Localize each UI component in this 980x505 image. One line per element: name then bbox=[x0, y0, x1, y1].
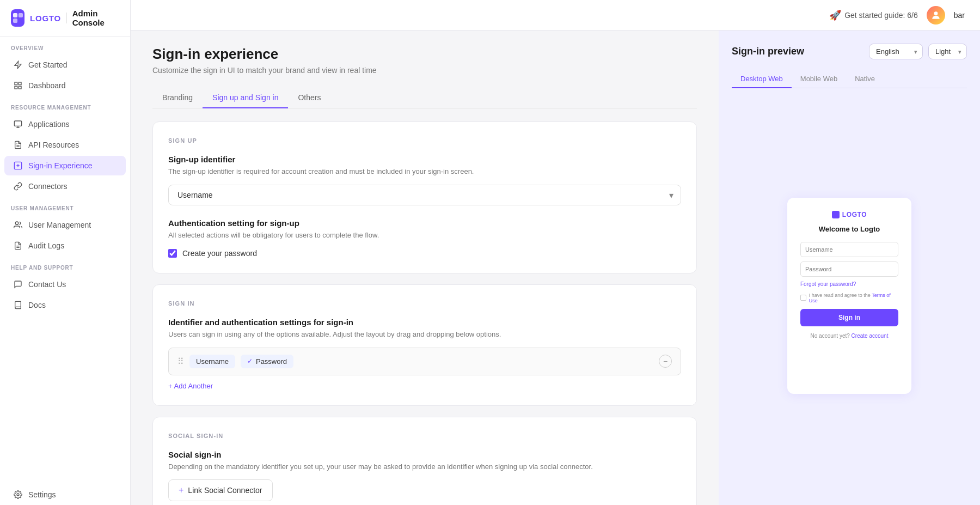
topbar-username: bar bbox=[954, 11, 965, 20]
users-icon bbox=[13, 220, 23, 230]
preview-tabs: Desktop Web Mobile Web Native bbox=[732, 70, 967, 88]
page-title: Sign-in experience bbox=[152, 46, 697, 63]
page-content: Sign-in experience Customize the sign in… bbox=[131, 31, 719, 505]
signin-tag: SIGN IN bbox=[168, 300, 681, 307]
svg-rect-7 bbox=[14, 121, 21, 126]
contact-us-label: Contact Us bbox=[28, 280, 66, 289]
api-icon bbox=[13, 140, 23, 150]
section-help-label: HELP AND SUPPORT bbox=[0, 256, 130, 274]
svg-rect-3 bbox=[15, 82, 17, 85]
sidebar-item-connectors[interactable]: Connectors bbox=[4, 177, 126, 196]
signin-password-badge: ✓ Password bbox=[241, 355, 293, 368]
mock-logto-logo: LOGTO bbox=[832, 211, 867, 218]
svg-rect-4 bbox=[19, 82, 21, 85]
mock-welcome-text: Welcome to Logto bbox=[819, 225, 880, 233]
social-tag: SOCIAL SIGN-IN bbox=[168, 433, 681, 439]
theme-select[interactable]: Light Dark bbox=[928, 44, 967, 59]
add-another-button[interactable]: + Add Another bbox=[168, 382, 681, 390]
svg-rect-2 bbox=[13, 19, 17, 23]
preview-panel: Sign-in preview English Chinese Japanese… bbox=[719, 31, 980, 505]
signup-identifier-label: Sign-up identifier bbox=[168, 155, 681, 164]
username-badge-label: Username bbox=[196, 357, 229, 366]
remove-signin-row-button[interactable]: − bbox=[659, 355, 672, 368]
preview-header: Sign-in preview English Chinese Japanese… bbox=[732, 44, 967, 59]
link-social-connector-button[interactable]: + Link Social Connector bbox=[168, 479, 273, 501]
auth-setting-label: Authentication setting for sign-up bbox=[168, 218, 681, 228]
mock-password-input[interactable] bbox=[800, 261, 898, 277]
main-area: 🚀 Get started guide: 6/6 bar Sign-in exp… bbox=[131, 0, 980, 505]
topbar: 🚀 Get started guide: 6/6 bar bbox=[131, 0, 980, 31]
tab-signup-signin[interactable]: Sign up and Sign in bbox=[203, 88, 288, 108]
preview-tab-native[interactable]: Native bbox=[846, 70, 884, 88]
preview-tab-desktop[interactable]: Desktop Web bbox=[732, 70, 792, 88]
tab-others[interactable]: Others bbox=[288, 88, 330, 108]
sidebar-item-sign-in-experience[interactable]: Sign-in Experience bbox=[4, 156, 126, 175]
signup-tag: SIGN UP bbox=[168, 137, 681, 144]
section-user-label: USER MANAGEMENT bbox=[0, 197, 130, 215]
tab-branding[interactable]: Branding bbox=[152, 88, 203, 108]
mock-terms-row: I have read and agree to the Terms of Us… bbox=[800, 293, 898, 303]
sidebar-item-settings[interactable]: Settings bbox=[4, 485, 126, 504]
password-badge-label: Password bbox=[256, 357, 287, 366]
mock-browser-preview: LOGTO Welcome to Logto Forgot your passw… bbox=[787, 198, 911, 394]
user-avatar[interactable] bbox=[927, 6, 945, 25]
signup-identifier-select[interactable]: Username Email Phone bbox=[168, 185, 681, 205]
svg-point-12 bbox=[17, 494, 19, 496]
signin-card: SIGN IN Identifier and authentication se… bbox=[152, 284, 697, 406]
api-resources-label: API Resources bbox=[28, 141, 79, 149]
language-select[interactable]: English Chinese Japanese bbox=[869, 44, 923, 59]
applications-icon bbox=[13, 119, 23, 129]
main-tabs: Branding Sign up and Sign in Others bbox=[152, 88, 697, 108]
connectors-label: Connectors bbox=[28, 182, 68, 191]
create-password-row: Create your password bbox=[168, 249, 681, 258]
guide-rocket-icon: 🚀 bbox=[829, 9, 841, 21]
theme-select-wrapper: Light Dark bbox=[928, 44, 967, 59]
logto-logo-icon bbox=[11, 9, 24, 27]
sidebar-item-dashboard[interactable]: Dashboard bbox=[4, 76, 126, 95]
docs-icon bbox=[13, 300, 23, 310]
svg-rect-1 bbox=[19, 13, 23, 17]
section-overview-label: OVERVIEW bbox=[0, 36, 130, 54]
social-card: SOCIAL SIGN-IN Social sign-in Depending … bbox=[152, 417, 697, 506]
mock-create-account-link[interactable]: Create account bbox=[852, 333, 889, 339]
mock-username-input[interactable] bbox=[800, 242, 898, 257]
rocket-icon bbox=[13, 60, 23, 70]
get-started-guide[interactable]: 🚀 Get started guide: 6/6 bbox=[829, 9, 918, 21]
signup-identifier-select-wrapper: Username Email Phone bbox=[168, 185, 681, 205]
language-select-wrapper: English Chinese Japanese bbox=[869, 44, 923, 59]
signup-identifier-desc: The sign-up identifier is required for a… bbox=[168, 166, 681, 177]
sidebar-item-api-resources[interactable]: API Resources bbox=[4, 135, 126, 155]
mock-signin-button: Sign in bbox=[800, 309, 898, 326]
signin-identifier-row: ⠿ Username ✓ Password − bbox=[168, 348, 681, 375]
dashboard-label: Dashboard bbox=[28, 81, 66, 90]
sidebar-item-docs[interactable]: Docs bbox=[4, 295, 126, 315]
console-title: Admin Console bbox=[72, 9, 119, 27]
connectors-icon bbox=[13, 181, 23, 191]
guide-label: Get started guide: 6/6 bbox=[844, 11, 918, 20]
svg-rect-0 bbox=[13, 13, 17, 17]
preview-tab-mobile[interactable]: Mobile Web bbox=[792, 70, 846, 88]
content-area: Sign-in experience Customize the sign in… bbox=[131, 31, 980, 505]
signup-card: SIGN UP Sign-up identifier The sign-up i… bbox=[152, 121, 697, 273]
applications-label: Applications bbox=[28, 120, 70, 129]
svg-rect-6 bbox=[19, 86, 21, 89]
drag-handle-icon[interactable]: ⠿ bbox=[177, 356, 184, 367]
mock-terms-checkbox bbox=[800, 295, 806, 301]
get-started-label: Get Started bbox=[28, 60, 68, 69]
sidebar-item-applications[interactable]: Applications bbox=[4, 114, 126, 134]
link-social-label: Link Social Connector bbox=[188, 486, 262, 495]
audit-logs-icon bbox=[13, 241, 23, 251]
sidebar-item-audit-logs[interactable]: Audit Logs bbox=[4, 236, 126, 255]
signin-username-badge: Username bbox=[189, 355, 235, 368]
section-resource-label: RESOURCE MANAGEMENT bbox=[0, 96, 130, 114]
sidebar-item-contact-us[interactable]: Contact Us bbox=[4, 275, 126, 294]
create-password-checkbox[interactable] bbox=[168, 249, 177, 258]
sidebar-item-user-management[interactable]: User Management bbox=[4, 215, 126, 235]
mock-create-account: No account yet? Create account bbox=[811, 333, 889, 339]
plus-icon: + bbox=[179, 485, 183, 495]
create-password-label[interactable]: Create your password bbox=[182, 249, 257, 258]
audit-logs-label: Audit Logs bbox=[28, 241, 64, 250]
sidebar-logo: LOGTO Admin Console bbox=[0, 0, 130, 36]
dashboard-icon bbox=[13, 81, 23, 90]
sidebar-item-get-started[interactable]: Get Started bbox=[4, 55, 126, 75]
